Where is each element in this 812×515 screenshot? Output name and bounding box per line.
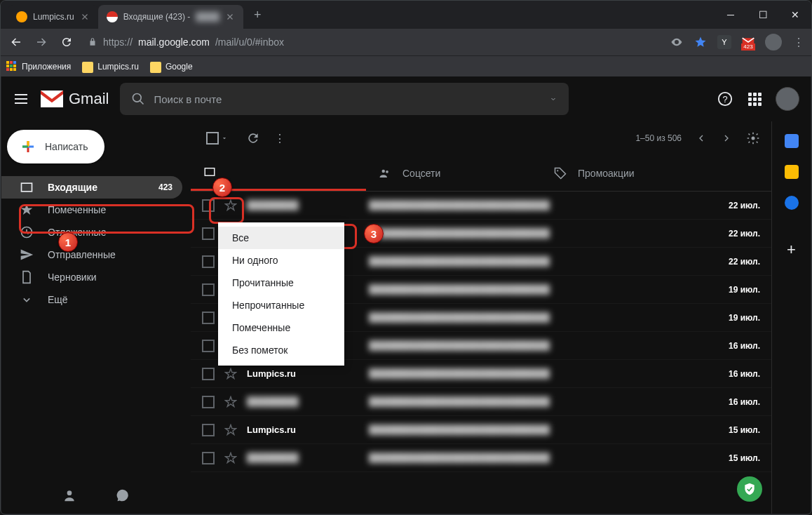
shield-fab[interactable] bbox=[737, 476, 762, 502]
star-icon[interactable] bbox=[224, 199, 237, 212]
person-icon[interactable] bbox=[62, 488, 76, 502]
tab-promotions[interactable]: Промоакции bbox=[541, 155, 717, 191]
checkbox-icon[interactable] bbox=[202, 255, 215, 268]
tabstrip: Lumpics.ru Входящие (423) - ████ + bbox=[1, 1, 715, 29]
star-icon[interactable] bbox=[224, 396, 237, 408]
close-window-button[interactable]: ✕ bbox=[779, 1, 811, 29]
folder-icon bbox=[150, 62, 161, 73]
gmail-logo[interactable]: Gmail bbox=[41, 90, 109, 108]
search-box[interactable]: Поиск в почте bbox=[120, 83, 569, 115]
url-field[interactable]: https://mail.google.com/mail/u/0/#inbox bbox=[82, 36, 664, 48]
close-icon[interactable] bbox=[80, 12, 90, 22]
url-protocol: https:// bbox=[103, 36, 133, 48]
tab-social[interactable]: Соцсети bbox=[366, 155, 541, 191]
star-icon[interactable] bbox=[224, 424, 237, 436]
calendar-addon[interactable] bbox=[785, 134, 799, 148]
dd-starred[interactable]: Помеченные bbox=[218, 316, 344, 339]
browser-avatar[interactable] bbox=[765, 34, 782, 51]
caret-down-icon bbox=[221, 135, 228, 142]
checkbox-icon[interactable] bbox=[202, 396, 215, 408]
mail-subject: ████████████████████████████ bbox=[369, 256, 719, 267]
mail-row[interactable]: Lumpics.ru ████████████████████████████ … bbox=[191, 416, 771, 444]
checkbox-icon[interactable] bbox=[202, 227, 215, 240]
tag-icon bbox=[554, 167, 567, 180]
bookmark-star-icon[interactable] bbox=[693, 35, 708, 49]
checkbox-icon[interactable] bbox=[202, 452, 215, 464]
bookmark-google[interactable]: Google bbox=[150, 60, 193, 73]
sidebar-item-inbox[interactable]: Входящие 423 bbox=[1, 176, 182, 199]
sidebar-item-snoozed[interactable]: Отложенные bbox=[1, 221, 182, 243]
sidebar-item-starred[interactable]: Помеченные bbox=[1, 199, 182, 221]
more-menu-button[interactable]: ⋮ bbox=[274, 132, 285, 145]
people-icon bbox=[379, 167, 391, 180]
url-host: mail.google.com bbox=[138, 36, 210, 48]
keep-addon[interactable] bbox=[785, 165, 799, 179]
tasks-addon[interactable] bbox=[785, 196, 799, 210]
mail-row[interactable]: ████████ ████████████████████████████ 15… bbox=[191, 444, 771, 472]
apps-launcher[interactable] bbox=[746, 91, 763, 107]
maximize-button[interactable]: ☐ bbox=[747, 1, 779, 29]
hamburger-icon[interactable] bbox=[13, 91, 29, 107]
bookmark-apps[interactable]: Приложения bbox=[6, 61, 71, 72]
bookmark-label: Приложения bbox=[22, 62, 71, 72]
extension-gmail-count: 423 bbox=[741, 44, 755, 51]
sidebar-item-label: Отправленные bbox=[48, 249, 116, 260]
dd-none[interactable]: Ни одного bbox=[218, 249, 344, 272]
clock-icon bbox=[20, 225, 34, 239]
checkbox-icon[interactable] bbox=[202, 368, 215, 380]
select-all-dropdown[interactable] bbox=[202, 128, 232, 149]
checkbox-icon[interactable] bbox=[202, 312, 215, 324]
extension-gmail[interactable]: 423 bbox=[741, 35, 755, 49]
mail-sender: ████████ bbox=[247, 200, 359, 210]
bookmark-label: Lumpics.ru bbox=[97, 62, 139, 72]
bookmark-lumpics[interactable]: Lumpics.ru bbox=[82, 60, 139, 73]
prev-page-button[interactable] bbox=[696, 133, 707, 144]
tab-gmail[interactable]: Входящие (423) - ████ bbox=[98, 5, 244, 29]
browser-menu-icon[interactable]: ⋮ bbox=[792, 35, 806, 49]
sidebar-item-label: Ещё bbox=[48, 294, 68, 305]
dd-unstarred[interactable]: Без пометок bbox=[218, 339, 344, 361]
hangouts-icon[interactable] bbox=[116, 488, 130, 502]
minimize-button[interactable]: ─ bbox=[715, 1, 747, 29]
extension-y[interactable]: Y bbox=[717, 35, 731, 49]
next-page-button[interactable] bbox=[721, 133, 732, 144]
nav-reload-button[interactable] bbox=[57, 32, 76, 52]
nav-forward-button[interactable] bbox=[32, 32, 51, 52]
eye-icon[interactable] bbox=[670, 35, 684, 49]
account-avatar[interactable] bbox=[776, 87, 799, 111]
lock-icon bbox=[88, 37, 97, 47]
sidebar-item-label: Отложенные bbox=[48, 227, 106, 238]
dd-all[interactable]: Все bbox=[218, 227, 344, 249]
dd-unread[interactable]: Непрочитанные bbox=[218, 294, 344, 316]
browser-window: Lumpics.ru Входящие (423) - ████ + ─ ☐ ✕… bbox=[0, 0, 812, 515]
star-icon[interactable] bbox=[224, 368, 237, 380]
checkbox-icon[interactable] bbox=[202, 424, 215, 436]
new-tab-button[interactable]: + bbox=[248, 5, 267, 25]
mail-row[interactable]: ████████ ████████████████████████████ 22… bbox=[191, 192, 771, 220]
callout-badge-1: 1 bbox=[58, 232, 78, 252]
checkbox-icon[interactable] bbox=[202, 199, 215, 212]
tab-lumpics[interactable]: Lumpics.ru bbox=[8, 5, 98, 29]
mail-sender: Lumpics.ru bbox=[247, 368, 359, 379]
dd-read[interactable]: Прочитанные bbox=[218, 272, 344, 294]
nav-back-button[interactable] bbox=[6, 32, 26, 52]
svg-point-6 bbox=[752, 137, 755, 140]
callout-badge-3: 3 bbox=[364, 224, 384, 243]
close-icon[interactable] bbox=[225, 12, 235, 22]
sidebar-item-more[interactable]: Ещё bbox=[1, 288, 182, 311]
chevron-down-icon[interactable] bbox=[549, 95, 557, 103]
sidebar-item-drafts[interactable]: Черновики bbox=[1, 266, 182, 288]
sidebar-item-sent[interactable]: Отправленные bbox=[1, 243, 182, 266]
addons-plus-button[interactable]: + bbox=[787, 241, 796, 259]
mail-subject: ████████████████████████████ bbox=[369, 396, 719, 407]
mail-row[interactable]: ████████ ████████████████████████████ 16… bbox=[191, 388, 771, 416]
settings-button[interactable] bbox=[746, 131, 760, 145]
star-icon bbox=[20, 203, 34, 217]
dd-label: Ни одного bbox=[232, 255, 278, 266]
star-icon[interactable] bbox=[224, 452, 237, 464]
refresh-button[interactable] bbox=[246, 131, 260, 145]
help-button[interactable]: ? bbox=[717, 91, 733, 107]
compose-button[interactable]: Написать bbox=[7, 130, 104, 163]
checkbox-icon[interactable] bbox=[202, 283, 215, 296]
checkbox-icon[interactable] bbox=[202, 340, 215, 352]
